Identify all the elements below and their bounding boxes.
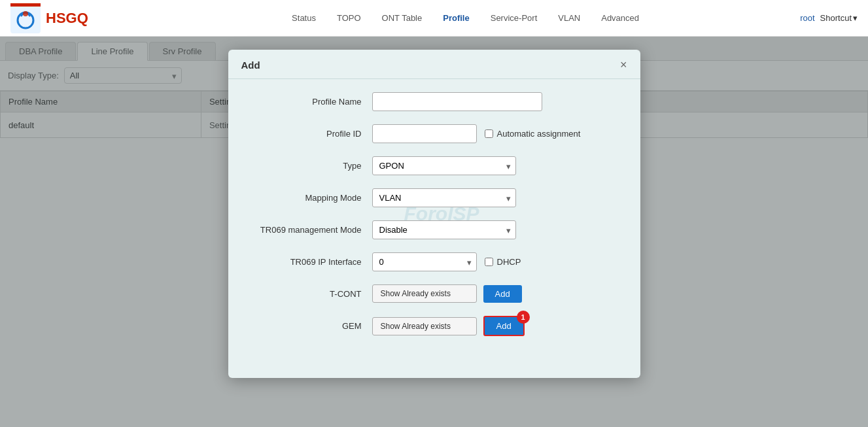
gem-show-exists-button[interactable]: Show Already exists bbox=[372, 317, 477, 335]
nav-right: root Shortcut ▾ bbox=[800, 13, 868, 23]
label-t-cont: T-CONT bbox=[254, 289, 372, 299]
logo-area: HSGQ bbox=[0, 3, 131, 33]
modal-header: Add × bbox=[228, 50, 640, 79]
dhcp-checkbox[interactable] bbox=[485, 258, 493, 266]
form-row-tr069-ip: TR069 IP Interface 0 1 2 DHCP bbox=[254, 252, 614, 271]
tr069-mode-select-wrap: Disable Enable bbox=[372, 220, 516, 239]
nav-ont-table[interactable]: ONT Table bbox=[382, 13, 423, 23]
nav-advanced[interactable]: Advanced bbox=[601, 13, 639, 23]
t-cont-add-button[interactable]: Add bbox=[483, 285, 522, 303]
nav-service-port[interactable]: Service-Port bbox=[491, 13, 538, 23]
modal-title: Add bbox=[241, 60, 260, 71]
mapping-mode-select-wrap: VLAN GEM bbox=[372, 188, 516, 207]
select-tr069-ip[interactable]: 0 1 2 bbox=[372, 252, 477, 271]
select-mapping-mode[interactable]: VLAN GEM bbox=[372, 188, 516, 207]
t-cont-show-exists-button[interactable]: Show Already exists bbox=[372, 284, 477, 303]
input-profile-name[interactable] bbox=[372, 92, 542, 111]
label-type: Type bbox=[254, 161, 372, 171]
automatic-assignment-text: Automatic assignment bbox=[497, 129, 581, 139]
form-row-gem: GEM Show Already exists Add 1 bbox=[254, 316, 614, 336]
add-modal: ForoISP Add × Profile Name Profile ID bbox=[228, 50, 640, 378]
form-row-t-cont: T-CONT Show Already exists Add bbox=[254, 284, 614, 303]
nav-profile[interactable]: Profile bbox=[443, 13, 469, 23]
form-row-mapping-mode: Mapping Mode VLAN GEM bbox=[254, 188, 614, 207]
nav-user[interactable]: root bbox=[800, 13, 814, 23]
gem-badge: 1 bbox=[517, 311, 530, 324]
dhcp-text: DHCP bbox=[497, 257, 521, 267]
form-row-tr069-mode: TR069 management Mode Disable Enable bbox=[254, 220, 614, 239]
label-tr069-mode: TR069 management Mode bbox=[254, 225, 372, 235]
logo-text: HSGQ bbox=[46, 10, 88, 27]
modal-body: Profile Name Profile ID Automatic assign… bbox=[228, 79, 640, 362]
nav-shortcut[interactable]: Shortcut ▾ bbox=[820, 13, 858, 23]
nav-topo[interactable]: TOPO bbox=[337, 13, 361, 23]
select-type[interactable]: GPON EPON bbox=[372, 156, 516, 175]
label-gem: GEM bbox=[254, 321, 372, 331]
input-profile-id[interactable] bbox=[372, 124, 477, 143]
svg-point-3 bbox=[23, 11, 28, 16]
label-profile-id: Profile ID bbox=[254, 129, 372, 139]
nav-status[interactable]: Status bbox=[292, 13, 316, 23]
label-profile-name: Profile Name bbox=[254, 97, 372, 107]
automatic-assignment-label[interactable]: Automatic assignment bbox=[485, 129, 581, 139]
type-select-wrap: GPON EPON bbox=[372, 156, 516, 175]
label-mapping-mode: Mapping Mode bbox=[254, 193, 372, 203]
top-nav: HSGQ Status TOPO ONT Table Profile Servi… bbox=[0, 0, 868, 37]
automatic-assignment-checkbox[interactable] bbox=[485, 129, 493, 138]
form-row-profile-name: Profile Name bbox=[254, 92, 614, 111]
modal-overlay: ForoISP Add × Profile Name Profile ID bbox=[0, 37, 868, 427]
tr069-ip-select-wrap: 0 1 2 bbox=[372, 252, 477, 271]
label-tr069-ip: TR069 IP Interface bbox=[254, 257, 372, 267]
logo-icon bbox=[10, 3, 41, 33]
dhcp-label[interactable]: DHCP bbox=[485, 257, 521, 267]
nav-vlan[interactable]: VLAN bbox=[558, 13, 580, 23]
modal-close-button[interactable]: × bbox=[620, 59, 627, 71]
select-tr069-mode[interactable]: Disable Enable bbox=[372, 220, 516, 239]
page-content: DBA Profile Line Profile Srv Profile Dis… bbox=[0, 37, 868, 427]
form-row-type: Type GPON EPON bbox=[254, 156, 614, 175]
nav-links: Status TOPO ONT Table Profile Service-Po… bbox=[131, 13, 800, 23]
form-row-profile-id: Profile ID Automatic assignment bbox=[254, 124, 614, 143]
svg-rect-1 bbox=[10, 3, 41, 7]
